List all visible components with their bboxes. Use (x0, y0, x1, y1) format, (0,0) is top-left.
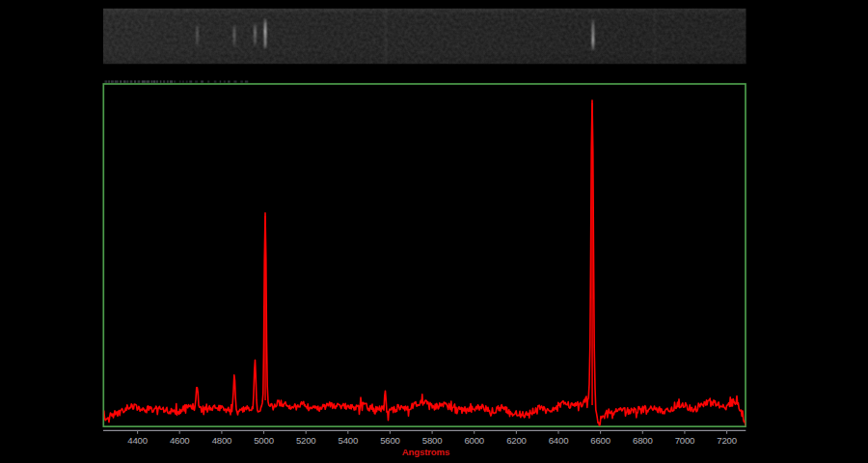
svg-text:4400: 4400 (127, 435, 148, 446)
svg-text:6600: 6600 (590, 435, 610, 446)
svg-text:5800: 5800 (422, 435, 443, 446)
svg-text:5400: 5400 (339, 435, 359, 446)
svg-text:Angstroms: Angstroms (402, 447, 449, 457)
svg-text:4800: 4800 (212, 435, 232, 446)
svg-text:5000: 5000 (254, 435, 274, 446)
svg-text:5600: 5600 (380, 435, 400, 446)
svg-text:4600: 4600 (170, 435, 190, 446)
svg-text:6200: 6200 (506, 435, 527, 446)
svg-text:6000: 6000 (464, 435, 484, 446)
svg-text:7200: 7200 (717, 435, 737, 446)
svg-text:7000: 7000 (675, 435, 695, 446)
svg-text:6400: 6400 (549, 435, 569, 446)
svg-text:5200: 5200 (296, 435, 316, 446)
svg-text:6800: 6800 (633, 435, 653, 446)
